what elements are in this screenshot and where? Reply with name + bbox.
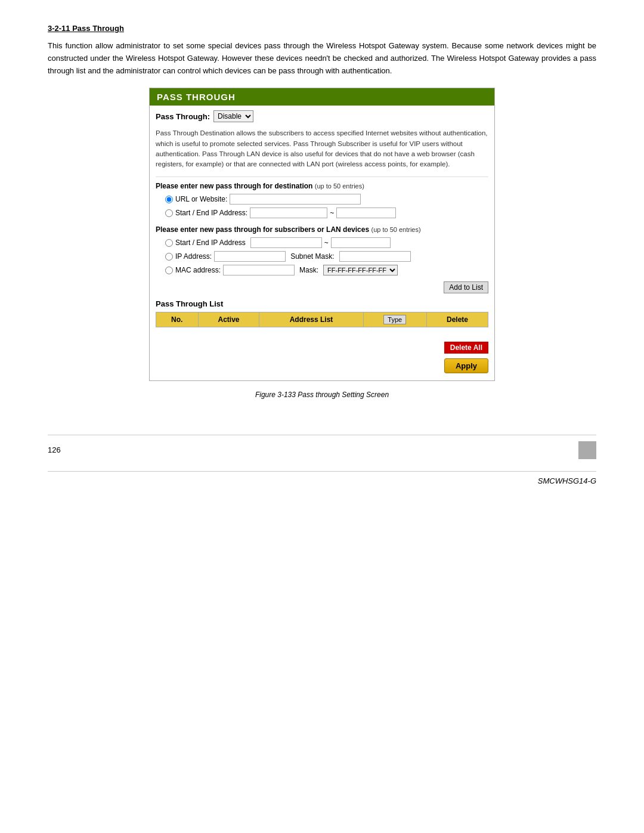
- destination-section-label: Please enter new pass through for destin…: [156, 182, 488, 190]
- subscriber-section-label: Please enter new pass through for subscr…: [156, 225, 488, 234]
- pass-through-toggle-row: Pass Through: Disable Enable: [156, 110, 488, 122]
- pass-through-select[interactable]: Disable Enable: [213, 110, 253, 122]
- mask-label: Mask:: [299, 266, 318, 274]
- sub-ip-label: Start / End IP Address: [175, 239, 246, 247]
- empty-table-row: [156, 327, 488, 339]
- dest-end-ip-input[interactable]: [336, 208, 396, 218]
- section-description: This function allow administrator to set…: [48, 40, 596, 77]
- pass-through-table: No. Active Address List Type Delete: [156, 312, 488, 339]
- mac-radio[interactable]: [165, 267, 173, 274]
- dest-ip-radio[interactable]: [165, 209, 173, 217]
- sub-ip-row: Start / End IP Address ~: [156, 237, 488, 248]
- url-label: URL or Website:: [175, 195, 227, 203]
- pass-through-panel: PASS THROUGH Pass Through: Disable Enabl…: [149, 88, 495, 381]
- sub-ip-radio[interactable]: [165, 239, 173, 247]
- section-title: 3-2-11 Pass Through: [48, 24, 596, 33]
- mac-address-input[interactable]: [223, 265, 295, 275]
- figure-caption: Figure 3-133 Pass through Setting Screen: [48, 391, 596, 399]
- dest-start-ip-input[interactable]: [250, 208, 327, 218]
- dest-ip-label: Start / End IP Address:: [175, 209, 247, 217]
- footer-logo: [578, 441, 596, 459]
- col-delete: Delete: [427, 312, 488, 327]
- pass-through-label: Pass Through:: [156, 112, 210, 121]
- sub-end-ip-input[interactable]: [331, 237, 391, 248]
- url-input[interactable]: [230, 194, 361, 205]
- url-row: URL or Website:: [156, 194, 488, 205]
- dest-ip-row: Start / End IP Address: ~: [156, 208, 488, 218]
- col-no: No.: [156, 312, 199, 327]
- ip-radio[interactable]: [165, 253, 173, 261]
- sub-start-ip-input[interactable]: [250, 237, 322, 248]
- col-type: Type: [363, 312, 426, 327]
- table-body: [156, 327, 488, 339]
- tilde-1: ~: [330, 209, 334, 217]
- mac-address-label: MAC address:: [175, 266, 221, 274]
- tilde-2: ~: [324, 239, 329, 247]
- delete-all-button[interactable]: Delete All: [444, 342, 488, 354]
- col-address-list: Address List: [259, 312, 363, 327]
- url-radio[interactable]: [165, 196, 173, 203]
- doc-id: SMCWHSG14-G: [48, 471, 596, 485]
- panel-header: PASS THROUGH: [150, 88, 494, 106]
- subnet-mask-input[interactable]: [339, 251, 411, 262]
- panel-body: Pass Through: Disable Enable Pass Throug…: [150, 106, 494, 380]
- pass-through-list-label: Pass Through List: [156, 299, 488, 308]
- add-to-list-row: Add to List: [156, 279, 488, 293]
- ip-address-label: IP Address:: [175, 252, 212, 261]
- mac-row: MAC address: Mask: FF-FF-FF-FF-FF-FF 00-…: [156, 265, 488, 275]
- table-header-row: No. Active Address List Type Delete: [156, 312, 488, 327]
- apply-row: Apply: [156, 356, 488, 376]
- apply-button[interactable]: Apply: [444, 358, 488, 373]
- ip-address-input[interactable]: [214, 251, 286, 262]
- page-footer: 126: [48, 435, 596, 459]
- col-active: Active: [198, 312, 259, 327]
- add-to-list-button[interactable]: Add to List: [444, 281, 488, 293]
- panel-description-text: Pass Through Destination allows the subs…: [156, 127, 488, 171]
- destination-section-sub: (up to 50 entries): [315, 182, 364, 190]
- ip-subnet-row: IP Address: Subnet Mask:: [156, 251, 488, 262]
- subscriber-section-sub: (up to 50 entries): [371, 226, 420, 233]
- type-button[interactable]: Type: [383, 315, 406, 324]
- delete-all-row: Delete All: [156, 339, 488, 356]
- mask-select[interactable]: FF-FF-FF-FF-FF-FF 00-00-00-00-00-00: [323, 265, 398, 275]
- page-number: 126: [48, 445, 578, 454]
- subnet-mask-label: Subnet Mask:: [290, 252, 334, 261]
